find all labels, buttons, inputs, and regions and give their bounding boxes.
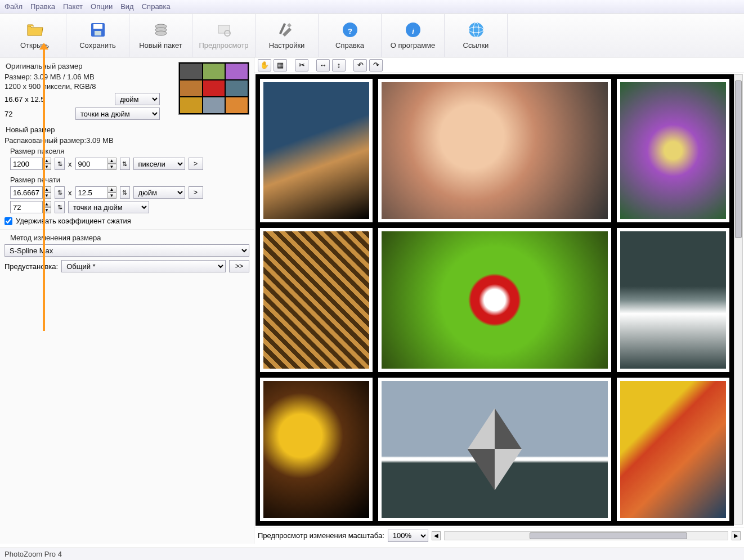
- preset-label: Предустановка:: [5, 262, 58, 271]
- help-button[interactable]: ? Справка: [319, 14, 382, 57]
- print-unit-select[interactable]: дюйм: [133, 186, 185, 199]
- new-batch-button[interactable]: Новый пакет: [129, 14, 192, 57]
- print-apply-button[interactable]: >: [189, 186, 203, 199]
- svg-point-13: [469, 23, 483, 37]
- print-height-input[interactable]: [75, 186, 108, 199]
- unpacked-line: Распакованный размер:3.09 MB: [5, 136, 249, 145]
- info-icon: i: [404, 21, 422, 39]
- original-unit1-select[interactable]: дюйм: [115, 93, 160, 105]
- preset-more-button[interactable]: >>: [229, 260, 249, 272]
- menu-edit[interactable]: Правка: [30, 2, 55, 11]
- height-spinner[interactable]: ▲▼: [75, 158, 116, 170]
- open-button[interactable]: Открыть: [3, 14, 66, 57]
- settings-button[interactable]: Настройки: [256, 14, 319, 57]
- pixel-unit-select[interactable]: пиксели: [133, 158, 185, 170]
- original-unit2-select[interactable]: точки на дюйм: [75, 107, 160, 120]
- pw-link-icon[interactable]: ⇅: [55, 186, 65, 199]
- menu-file[interactable]: Файл: [5, 2, 23, 11]
- zoom-label: Предпросмотр изменения масштаба:: [258, 531, 384, 540]
- collage-tile: [260, 79, 373, 222]
- original-resolution: 72: [5, 110, 72, 118]
- height-down[interactable]: ▼: [107, 164, 116, 170]
- width-input[interactable]: [10, 158, 43, 170]
- thumbnail-preview[interactable]: [178, 62, 249, 115]
- keep-ratio-label: Удерживать коэффициент сжатия: [16, 217, 131, 225]
- preset-select[interactable]: Общий *: [61, 260, 226, 272]
- menubar: Файл Правка Пакет Опции Вид Справка: [0, 0, 744, 14]
- fit-width-icon[interactable]: ↔: [316, 59, 330, 71]
- pixel-size-title: Размер пикселя: [10, 147, 249, 155]
- redo-icon[interactable]: ↷: [369, 59, 383, 71]
- collage-tile: [260, 378, 373, 521]
- menu-view[interactable]: Вид: [120, 2, 134, 11]
- vertical-scroll-thumb[interactable]: [735, 80, 742, 238]
- undo-icon[interactable]: ↶: [353, 59, 367, 71]
- save-button[interactable]: Сохранить: [66, 14, 129, 57]
- resize-method-title: Метод изменения размера: [10, 234, 249, 242]
- scroll-right-icon[interactable]: ▶: [732, 531, 741, 540]
- pixel-apply-button[interactable]: >: [189, 158, 203, 170]
- ph-up[interactable]: ▲: [107, 186, 116, 192]
- tools-icon: [278, 21, 296, 39]
- svg-text:?: ?: [348, 27, 352, 35]
- ph-link-icon[interactable]: ⇅: [120, 186, 130, 199]
- preview-toolbar: ✋ ▦ ✂ ↔ ↕ ↶ ↷: [254, 57, 744, 73]
- unpacked-value: 3.09 MB: [86, 136, 113, 145]
- horizontal-scrollbar[interactable]: [444, 531, 728, 540]
- keep-ratio-checkbox[interactable]: [5, 217, 12, 225]
- new-batch-label: Новый пакет: [139, 41, 182, 50]
- method-select[interactable]: S-Spline Max: [5, 244, 249, 257]
- height-up[interactable]: ▲: [107, 158, 116, 164]
- size-label: Размер:: [5, 73, 32, 81]
- collage-tile: [617, 228, 729, 371]
- marquee-tool-icon[interactable]: ▦: [274, 59, 287, 71]
- ph-down[interactable]: ▼: [107, 192, 116, 199]
- horizontal-scroll-thumb[interactable]: [530, 532, 687, 539]
- right-panel: ✋ ▦ ✂ ↔ ↕ ↶ ↷ П: [254, 57, 744, 544]
- help-label: Справка: [335, 41, 364, 50]
- scroll-left-icon[interactable]: ◀: [432, 531, 441, 540]
- svg-text:i: i: [412, 27, 414, 35]
- app-name: PhotoZoom Pro 4: [5, 550, 62, 558]
- print-width-input[interactable]: [10, 186, 43, 199]
- collage-tile: [260, 228, 373, 371]
- status-bar: PhotoZoom Pro 4: [0, 548, 744, 560]
- resolution-input[interactable]: [10, 201, 43, 213]
- svg-rect-1: [93, 24, 102, 29]
- collage-tile: [617, 378, 729, 521]
- preview-canvas[interactable]: [256, 74, 734, 526]
- menu-help[interactable]: Справка: [142, 2, 171, 11]
- vertical-scrollbar[interactable]: [734, 74, 743, 525]
- print-height-spinner[interactable]: ▲▼: [75, 186, 116, 199]
- hand-tool-icon[interactable]: ✋: [258, 59, 271, 71]
- about-button[interactable]: i О программе: [382, 14, 445, 57]
- menu-options[interactable]: Опции: [91, 2, 113, 11]
- original-physical: 16.67 x 12.5: [5, 95, 111, 104]
- height-input[interactable]: [75, 158, 108, 170]
- unpacked-label: Распакованный размер:: [5, 136, 86, 145]
- fit-height-icon[interactable]: ↕: [332, 59, 346, 71]
- links-button[interactable]: Ссылки: [445, 14, 508, 57]
- crop-tool-icon[interactable]: ✂: [295, 59, 308, 71]
- preview-icon: [215, 21, 233, 39]
- settings-label: Настройки: [269, 41, 305, 50]
- zoom-select[interactable]: 100%: [388, 530, 428, 542]
- resolution-unit-select[interactable]: точки на дюйм: [68, 201, 149, 213]
- print-width-spinner[interactable]: ▲▼: [10, 186, 51, 199]
- folder-open-icon: [26, 21, 44, 39]
- res-link-icon[interactable]: ⇅: [55, 201, 65, 213]
- menu-batch[interactable]: Пакет: [63, 2, 83, 11]
- width-link-icon[interactable]: ⇅: [55, 158, 65, 170]
- left-panel: Оригинальный размер Размер: 3.09 MB / 1.…: [0, 57, 254, 544]
- collage-tile: [617, 79, 729, 222]
- preview-button[interactable]: Предпросмотр: [192, 14, 256, 57]
- width-spinner[interactable]: ▲▼: [10, 158, 51, 170]
- annotation-arrow: [43, 44, 45, 331]
- help-icon: ?: [341, 21, 359, 39]
- height-link-icon[interactable]: ⇅: [120, 158, 130, 170]
- resolution-spinner[interactable]: ▲▼: [10, 201, 51, 213]
- x-label-2: x: [68, 189, 72, 197]
- svg-point-5: [155, 31, 167, 35]
- x-label-1: x: [68, 160, 72, 168]
- links-label: Ссылки: [463, 41, 489, 50]
